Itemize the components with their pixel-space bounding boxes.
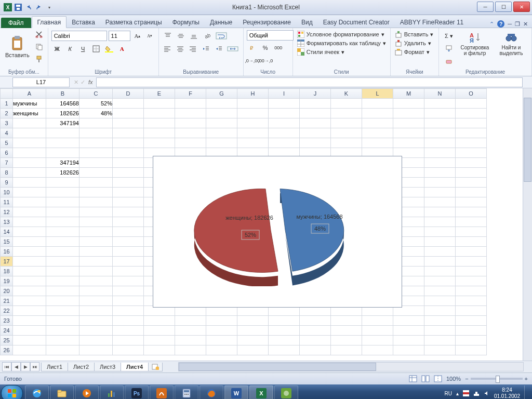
fill-button[interactable] xyxy=(442,43,456,54)
shrink-font-button[interactable]: A▾ xyxy=(144,30,155,42)
cell-O19[interactable] xyxy=(456,276,487,286)
cell-I23[interactable] xyxy=(269,316,300,326)
cell-B6[interactable] xyxy=(46,148,79,158)
cell-A18[interactable] xyxy=(13,267,46,276)
row-header-18[interactable]: 18 xyxy=(1,267,13,276)
cell-C12[interactable] xyxy=(79,207,113,217)
cell-A10[interactable] xyxy=(13,188,46,197)
cell-I4[interactable] xyxy=(269,128,300,138)
name-box[interactable]: L17 xyxy=(12,77,70,87)
cell-O12[interactable] xyxy=(456,207,487,217)
cell-N5[interactable] xyxy=(424,138,456,148)
cell-O23[interactable] xyxy=(456,316,487,326)
row-header-20[interactable]: 20 xyxy=(1,286,13,296)
cell-D11[interactable] xyxy=(113,197,144,207)
cell-E4[interactable] xyxy=(144,128,175,138)
cell-E25[interactable] xyxy=(144,336,175,345)
cell-F5[interactable] xyxy=(175,138,206,148)
cell-J3[interactable] xyxy=(300,118,331,128)
row-header-6[interactable]: 6 xyxy=(1,148,13,158)
cell-N21[interactable] xyxy=(424,296,456,306)
doc-close-icon[interactable]: ✕ xyxy=(523,21,528,28)
col-header-M[interactable]: M xyxy=(393,89,424,99)
cell-I1[interactable] xyxy=(269,99,300,109)
col-header-F[interactable]: F xyxy=(175,89,206,99)
cell-D3[interactable] xyxy=(113,118,144,128)
cell-E1[interactable] xyxy=(144,99,175,109)
redo-icon[interactable] xyxy=(34,3,44,12)
cell-D5[interactable] xyxy=(113,138,144,148)
percent-button[interactable]: % xyxy=(260,42,271,54)
cell-L3[interactable] xyxy=(362,118,393,128)
cell-N14[interactable] xyxy=(424,227,456,237)
cell-O2[interactable] xyxy=(456,109,487,118)
cell-A1[interactable]: мужчины xyxy=(13,99,46,109)
cell-A13[interactable] xyxy=(13,217,46,227)
clear-button[interactable] xyxy=(442,55,456,66)
tab-formulas[interactable]: Формулы xyxy=(167,17,205,28)
cell-O10[interactable] xyxy=(456,188,487,197)
font-color-button[interactable]: A xyxy=(116,43,128,55)
currency-button[interactable]: ₽ xyxy=(247,42,258,54)
cell-H23[interactable] xyxy=(237,316,269,326)
cell-H5[interactable] xyxy=(237,138,269,148)
cell-B1[interactable]: 164568 xyxy=(46,99,79,109)
cell-M26[interactable] xyxy=(393,345,424,355)
cell-O6[interactable] xyxy=(456,148,487,158)
cell-H1[interactable] xyxy=(237,99,269,109)
tray-show-hidden-icon[interactable]: ▴ xyxy=(456,391,459,396)
merge-button[interactable] xyxy=(225,43,240,55)
cell-I5[interactable] xyxy=(269,138,300,148)
tray-network-icon[interactable] xyxy=(473,390,480,396)
cell-C24[interactable] xyxy=(79,326,113,336)
format-as-table-button[interactable]: Форматировать как таблицу ▾ xyxy=(296,39,387,47)
cancel-formula-icon[interactable]: ✕ xyxy=(74,79,78,86)
tray-volume-icon[interactable] xyxy=(484,390,490,396)
doc-minimize-icon[interactable]: ─ xyxy=(508,21,512,27)
cell-C15[interactable] xyxy=(79,237,113,247)
row-header-21[interactable]: 21 xyxy=(1,296,13,306)
cell-G25[interactable] xyxy=(206,336,237,345)
cell-D24[interactable] xyxy=(113,326,144,336)
cell-I24[interactable] xyxy=(269,326,300,336)
tab-review[interactable]: Рецензирование xyxy=(237,17,296,28)
tab-easy-doc[interactable]: Easy Document Creator xyxy=(318,17,395,28)
cell-E3[interactable] xyxy=(144,118,175,128)
cell-M24[interactable] xyxy=(393,326,424,336)
row-header-7[interactable]: 7 xyxy=(1,158,13,168)
taskbar-media[interactable] xyxy=(75,385,99,399)
cell-M23[interactable] xyxy=(393,316,424,326)
fill-color-button[interactable] xyxy=(103,43,115,55)
cell-E2[interactable] xyxy=(144,109,175,118)
cell-G3[interactable] xyxy=(206,118,237,128)
cell-O20[interactable] xyxy=(456,286,487,296)
cell-D9[interactable] xyxy=(113,178,144,188)
col-header-H[interactable]: H xyxy=(237,89,269,99)
cell-N11[interactable] xyxy=(424,197,456,207)
cell-D19[interactable] xyxy=(113,276,144,286)
cell-D23[interactable] xyxy=(113,316,144,326)
vertical-scrollbar[interactable] xyxy=(523,88,532,361)
row-header-25[interactable]: 25 xyxy=(1,336,13,345)
cell-B11[interactable] xyxy=(46,197,79,207)
cell-N19[interactable] xyxy=(424,276,456,286)
cell-K2[interactable] xyxy=(331,109,362,118)
cell-N4[interactable] xyxy=(424,128,456,138)
cell-L2[interactable] xyxy=(362,109,393,118)
cell-N16[interactable] xyxy=(424,247,456,257)
col-header-K[interactable]: K xyxy=(331,89,362,99)
cell-H3[interactable] xyxy=(237,118,269,128)
cell-M4[interactable] xyxy=(393,128,424,138)
cell-N26[interactable] xyxy=(424,345,456,355)
tab-home[interactable]: Главная xyxy=(32,16,67,28)
cell-B19[interactable] xyxy=(46,276,79,286)
cell-B12[interactable] xyxy=(46,207,79,217)
sheet-tab-4[interactable]: Лист4 xyxy=(121,363,149,371)
cell-E24[interactable] xyxy=(144,326,175,336)
cell-A22[interactable] xyxy=(13,306,46,316)
minimize-button[interactable]: ─ xyxy=(477,2,494,12)
cell-F25[interactable] xyxy=(175,336,206,345)
worksheet-grid[interactable]: ABCDEFGHIJKLMNO1мужчины16456852%2женщины… xyxy=(0,88,532,361)
cell-E26[interactable] xyxy=(144,345,175,355)
cell-A5[interactable] xyxy=(13,138,46,148)
